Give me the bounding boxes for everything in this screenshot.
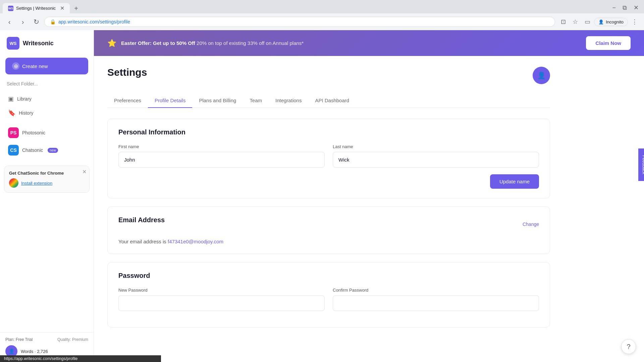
chrome-icon (9, 178, 18, 188)
personal-info-section: Personal Information First name Last nam… (107, 119, 550, 198)
minimize-button[interactable]: − (609, 4, 619, 12)
profile-button[interactable]: 👤 Incognito (594, 18, 628, 26)
main-content: ⭐ Easter Offer: Get up to 50% Off 20% on… (94, 30, 644, 362)
confirm-password-label: Confirm Password (333, 288, 539, 293)
security-icon: 🔒 (50, 19, 56, 24)
tab-plans-billing[interactable]: Plans and Billing (192, 94, 243, 108)
history-icon: 🔖 (8, 109, 15, 117)
confirm-password-field: Confirm Password (333, 288, 539, 311)
promo-headline: Easter Offer: Get up to 50% Off (121, 40, 195, 46)
update-name-button[interactable]: Update name (490, 174, 539, 189)
page-title: Settings (107, 67, 147, 78)
install-extension-link[interactable]: Install extension (21, 181, 52, 186)
url-text: app.writesonic.com/settings/profile (58, 19, 130, 24)
sidebar-header: WS Writesonic (0, 30, 94, 56)
promo-banner-left: ⭐ Easter Offer: Get up to 50% Off 20% on… (107, 39, 304, 48)
cast-icon[interactable]: ⊡ (558, 16, 569, 27)
active-tab[interactable]: WS Settings | Writesonic ✕ (3, 3, 70, 13)
password-section: Password New Password Confirm Password (107, 262, 550, 327)
claim-now-button[interactable]: Claim Now (586, 36, 631, 50)
photosonic-label: Photosonic (22, 130, 45, 135)
first-name-input[interactable] (118, 152, 325, 168)
reload-button[interactable]: ↻ (31, 16, 42, 27)
email-prefix: Your email address is (118, 239, 166, 244)
tab-profile-details[interactable]: Profile Details (148, 94, 193, 108)
chrome-promo: ✕ Get ChatSonic for Chrome Install exten… (4, 166, 90, 193)
library-icon: ▣ (8, 95, 14, 103)
password-form-row: New Password Confirm Password (118, 288, 539, 311)
tab-preferences[interactable]: Preferences (107, 94, 148, 108)
browser-toolbar: ‹ › ↻ 🔒 app.writesonic.com/settings/prof… (0, 13, 644, 30)
sidebar-item-chatsonic[interactable]: CS Chatsonic new (4, 141, 90, 159)
promo-content: Install extension (9, 178, 85, 188)
last-name-label: Last name (333, 144, 539, 149)
first-name-field: First name (118, 144, 325, 168)
confirm-password-input[interactable] (333, 295, 539, 311)
profile-icon: 👤 (598, 19, 604, 24)
email-section-title: Email Address (118, 216, 165, 224)
chatsonic-label: Chatsonic (22, 147, 43, 153)
forward-button[interactable]: › (17, 16, 28, 27)
address-bar[interactable]: 🔒 app.writesonic.com/settings/profile (44, 17, 555, 27)
more-menu-icon[interactable]: ⋮ (629, 16, 640, 27)
name-form-row: First name Last name (118, 144, 539, 168)
help-button[interactable]: ? (621, 339, 636, 354)
help-icon: ? (627, 343, 630, 351)
plus-icon: ⊕ (12, 62, 19, 70)
quality-label: Quality: Premium (57, 337, 88, 342)
back-button[interactable]: ‹ (4, 16, 15, 27)
bookmark-icon[interactable]: ☆ (570, 16, 581, 27)
toolbar-actions: ⊡ ☆ ▭ 👤 Incognito ⋮ (558, 16, 640, 27)
new-badge: new (48, 148, 58, 153)
tab-favicon: WS (8, 6, 13, 11)
promo-banner: ⭐ Easter Offer: Get up to 50% Off 20% on… (94, 30, 644, 56)
nav-section: ▣ Library 🔖 History (0, 90, 94, 121)
sidebar-item-photosonic[interactable]: PS Photosonic (4, 124, 90, 141)
personal-info-title: Personal Information (118, 128, 539, 136)
star-icon: ⭐ (107, 39, 116, 48)
password-section-title: Password (118, 272, 539, 280)
sidebar-item-history[interactable]: 🔖 History (4, 106, 90, 120)
logo: WS (7, 37, 19, 50)
plan-info: Plan: Free Trial Quality: Premium (5, 337, 88, 342)
change-email-button[interactable]: Change (523, 222, 539, 227)
form-actions: Update name (118, 174, 539, 189)
last-name-input[interactable] (333, 152, 539, 168)
new-password-label: New Password (118, 288, 325, 293)
new-tab-button[interactable]: + (71, 3, 81, 13)
new-password-field: New Password (118, 288, 325, 311)
first-name-label: First name (118, 144, 325, 149)
last-name-field: Last name (333, 144, 539, 168)
sidebar-icon[interactable]: ▭ (582, 16, 593, 27)
sidebar: WS Writesonic ⊕ Create new Select Folder… (0, 30, 94, 362)
tab-api-dashboard[interactable]: API Dashboard (308, 94, 356, 108)
brand-name: Writesonic (23, 40, 54, 47)
settings-tabs: Preferences Profile Details Plans and Bi… (107, 94, 550, 108)
window-controls: − ⧉ ✕ (609, 3, 644, 13)
email-section: Email Address Change Your email address … (107, 206, 550, 254)
close-button[interactable]: ✕ (631, 3, 641, 12)
promo-title: Get ChatSonic for Chrome (9, 171, 85, 176)
browser-tab-bar: WS Settings | Writesonic ✕ + − ⧉ ✕ (0, 0, 644, 13)
tab-team[interactable]: Team (243, 94, 269, 108)
settings-title-row: Settings 👤 (107, 67, 550, 84)
new-password-input[interactable] (118, 295, 325, 311)
sidebar-item-label: Library (17, 96, 32, 102)
tab-close-button[interactable]: ✕ (60, 5, 64, 11)
chatsonic-icon: CS (8, 145, 19, 156)
promo-close-button[interactable]: ✕ (82, 169, 87, 175)
status-bar: https://app.writesonic.com/settings/prof… (0, 355, 161, 362)
promo-text: Easter Offer: Get up to 50% Off 20% on t… (121, 40, 304, 46)
tab-integrations[interactable]: Integrations (269, 94, 308, 108)
feedback-tab[interactable]: Feedback (638, 148, 644, 181)
email-text: Your email address is f47341e0@moodjoy.c… (118, 239, 539, 244)
plan-label: Plan: Free Trial (5, 337, 33, 342)
restore-button[interactable]: ⧉ (620, 4, 630, 12)
app-container: WS Writesonic ⊕ Create new Select Folder… (0, 30, 644, 362)
email-address: f47341e0@moodjoy.com (168, 239, 223, 244)
sidebar-item-library[interactable]: ▣ Library (4, 92, 90, 106)
select-folder[interactable]: Select Folder... (0, 80, 94, 90)
create-new-button[interactable]: ⊕ Create new (5, 58, 88, 74)
sidebar-apps: PS Photosonic CS Chatsonic new (0, 121, 94, 162)
tab-title: Settings | Writesonic (16, 6, 57, 11)
